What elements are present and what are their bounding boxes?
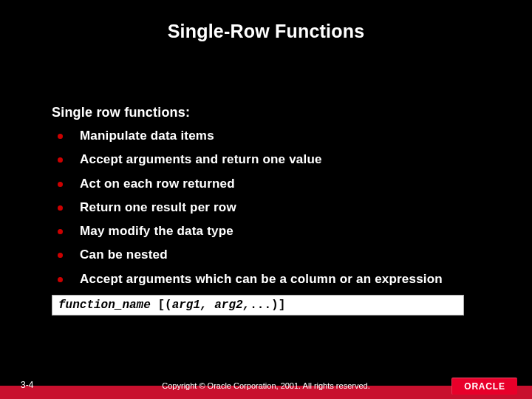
list-item: Accept arguments and return one value [52, 151, 484, 167]
list-item: May modify the data type [52, 223, 484, 239]
code-close: ...)] [250, 299, 285, 312]
bullet-text: May modify the data type [80, 224, 233, 238]
bullet-text: Manipulate data items [80, 129, 214, 143]
footer: 3-4 Copyright © Oracle Corporation, 2001… [0, 372, 532, 399]
list-item: Can be nested [52, 247, 484, 262]
content-area: Single row functions: Manipulate data it… [52, 105, 484, 316]
list-item: Accept arguments which can be a column o… [52, 271, 484, 287]
code-fn-name: function_name [58, 299, 151, 312]
slide-title: Single-Row Functions [0, 0, 532, 42]
slide: Single-Row Functions Single row function… [0, 0, 532, 399]
bullet-text: Return one result per row [80, 200, 236, 214]
bullet-text: Can be nested [80, 248, 168, 262]
list-item: Manipulate data items [52, 128, 484, 143]
bullet-text: Act on each row returned [80, 177, 235, 191]
bullet-text: Accept arguments and return one value [80, 152, 322, 166]
intro-text: Single row functions: [52, 105, 484, 120]
bullet-icon [58, 253, 63, 258]
bullet-text: Accept arguments which can be a column o… [80, 272, 443, 286]
code-open: [( [151, 299, 172, 312]
oracle-logo: ORACLE [451, 378, 517, 395]
bullet-icon [58, 277, 63, 282]
bullet-icon [58, 182, 63, 187]
logo-text: ORACLE [464, 381, 505, 392]
code-syntax-box: function_name [(arg1, arg2,...)] [52, 295, 464, 316]
code-args: arg1, arg2, [172, 299, 250, 312]
list-item: Act on each row returned [52, 176, 484, 191]
bullet-icon [58, 229, 63, 234]
bullet-list: Manipulate data items Accept arguments a… [52, 128, 484, 287]
bullet-icon [58, 205, 63, 211]
bullet-icon [58, 134, 63, 139]
list-item: Return one result per row [52, 200, 484, 215]
bullet-icon [58, 157, 63, 163]
